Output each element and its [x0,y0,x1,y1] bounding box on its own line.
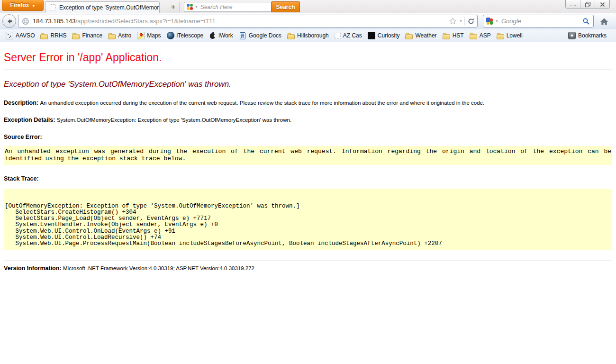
description-label: Description: [4,100,40,106]
folder-icon [40,34,48,39]
chevron-down-icon: ▼ [32,4,36,8]
toolbar-search-box[interactable]: ▼ [184,2,271,12]
new-tab-button[interactable]: + [167,2,180,12]
source-error-label: Source Error: [4,134,42,140]
folder-icon [497,34,504,39]
bookmark-item-astro[interactable]: Astro [105,31,134,40]
folder-icon [108,34,116,39]
home-icon [600,18,608,26]
folder-icon [443,34,450,39]
firefox-menu-button[interactable]: Firefox ▼ [2,0,44,11]
bookmark-item-lowell[interactable]: Lowell [494,31,525,40]
folder-icon [72,34,80,39]
bookmark-label: Curiosity [378,32,400,39]
folder-icon [405,34,413,39]
exception-message: Exception of type 'System.OutOfMemoryExc… [4,80,612,89]
browser-window: Firefox ▼ Exception of type 'System.OutO… [0,0,616,364]
navigation-bar: 184.73.185.143/app/restricted/SelectStar… [0,13,616,29]
aavso-icon [6,32,13,39]
chevron-down-icon[interactable]: ▼ [459,19,462,23]
version-information-line: Version Information: Microsoft .NET Fram… [4,265,612,272]
star-outline-icon [449,17,457,25]
url-actions: ▼ [448,17,475,26]
plus-icon: + [171,3,175,11]
default-page-icon [335,33,341,39]
bookmark-label: Astro [118,32,131,39]
bookmark-item-rrhs[interactable]: RRHS [37,31,69,40]
bookmark-item-itelescope[interactable]: iTelescope [164,31,207,40]
stack-trace-heading: Stack Trace: [4,175,612,182]
bookmark-item-maps[interactable]: Maps [134,31,163,40]
bookmark-item-aavso[interactable]: AAVSO [3,31,37,40]
divider [4,261,612,261]
magnifier-icon [582,18,590,25]
folder-icon [470,34,477,39]
bookmarks-star-icon: ★ [568,32,576,39]
address-bar[interactable]: 184.73.185.143/app/restricted/SelectStar… [18,15,478,27]
browser-tab[interactable]: Exception of type 'System.OutOfMemor... [45,1,160,13]
url-host: 184.73.185.143 [33,18,75,25]
bookmark-label: RRHS [50,32,66,39]
globe-icon [22,18,29,25]
bookmark-label: Weather [415,32,436,39]
bookmarks-menu-label: Bookmarks [578,32,607,39]
url-path: /app/restricted/SelectStars.aspx?i=1&tel… [75,18,215,25]
source-error-heading: Source Error: [4,134,612,140]
google-maps-icon [137,32,145,39]
bookmark-label: iTelescope [177,32,204,39]
bookmark-item-hillsborough[interactable]: Hillsborough [284,31,332,40]
bookmark-item-asp[interactable]: ASP [467,31,494,40]
itelescope-icon [167,32,174,39]
chevron-down-icon[interactable]: ▼ [495,19,498,23]
window-controls [565,0,610,9]
bookmarks-menu-button[interactable]: ★ Bookmarks [565,31,609,40]
bookmark-label: iWork [218,32,233,39]
bookmark-item-hst[interactable]: HST [440,31,467,40]
search-provider-icon [187,4,193,10]
folder-icon [287,34,295,39]
title-bar: Firefox ▼ Exception of type 'System.OutO… [0,0,616,13]
bookmark-item-iwork[interactable]: iWork [206,31,236,40]
version-information-label: Version Information: [4,265,63,272]
bookmark-label: HST [453,32,464,39]
toolbar-search-input[interactable] [199,3,269,11]
chevron-down-icon[interactable]: ▼ [195,5,198,9]
reload-button[interactable] [467,17,475,26]
page-content: Server Error in '/app' Application. Exce… [0,42,616,364]
bookmark-item-google-docs[interactable]: Google Docs [236,31,284,40]
close-button[interactable] [595,0,609,9]
bookmark-item-finance[interactable]: Finance [69,31,105,40]
bookmark-label: Lowell [507,32,523,39]
exception-details-line: Exception Details: System.OutOfMemoryExc… [4,117,612,123]
bookmark-item-az-cas[interactable]: AZ Cas [332,31,365,40]
bookmark-label: AZ Cas [343,32,362,39]
description-line: Description: An unhandled exception occu… [4,100,612,106]
bookmark-item-weather[interactable]: Weather [402,31,439,40]
reload-icon [467,18,475,25]
bookmark-label: ASP [480,32,491,39]
minimize-button[interactable] [566,0,580,9]
bookmark-label: AAVSO [16,32,35,39]
exception-details-text: System.OutOfMemoryException: Exception o… [57,117,291,123]
apple-icon [210,33,215,39]
mars-icon [368,32,375,39]
google-icon [486,18,493,25]
firefox-button-label: Firefox [10,2,29,9]
back-arrow-icon [6,18,13,25]
web-search-input[interactable] [500,17,580,25]
stack-trace-text: [OutOfMemoryException: Exception of type… [5,191,611,247]
search-go-button[interactable] [582,17,590,26]
web-search-box[interactable]: ▼ [483,15,594,27]
minimize-icon [570,1,576,8]
url-text[interactable]: 184.73.185.143/app/restricted/SelectStar… [33,18,445,25]
toolbar-search-button[interactable]: Search [271,1,300,12]
error-page-title: Server Error in '/app' Application. [4,51,612,64]
bookmark-label: Maps [147,32,161,39]
tab-title: Exception of type 'System.OutOfMemor... [59,4,160,11]
restore-button[interactable] [580,0,595,9]
back-button[interactable] [2,14,16,28]
bookmark-star-button[interactable] [448,17,457,26]
bookmark-label: Hillsborough [297,32,329,39]
bookmark-item-curiosity[interactable]: Curiosity [365,31,403,40]
home-button[interactable] [597,16,611,27]
